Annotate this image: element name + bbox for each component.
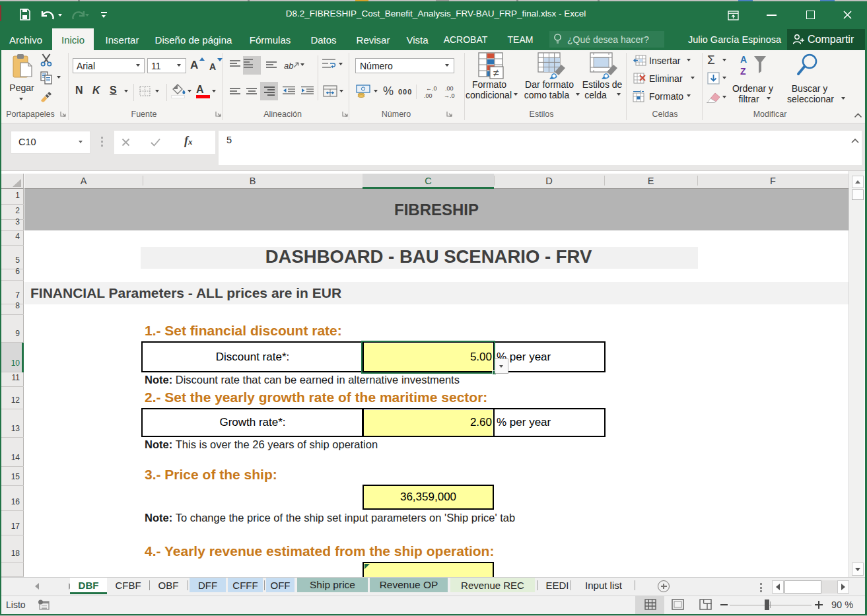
svg-text:ab: ab bbox=[284, 61, 293, 71]
svg-text:A: A bbox=[740, 54, 747, 65]
svg-text:→.0: →.0 bbox=[444, 92, 455, 99]
svg-text:←.0: ←.0 bbox=[426, 85, 437, 92]
svg-text:Z: Z bbox=[740, 66, 746, 77]
svg-text:.00: .00 bbox=[445, 85, 454, 92]
svg-text:.00: .00 bbox=[424, 92, 433, 99]
svg-text:≠: ≠ bbox=[493, 67, 499, 79]
